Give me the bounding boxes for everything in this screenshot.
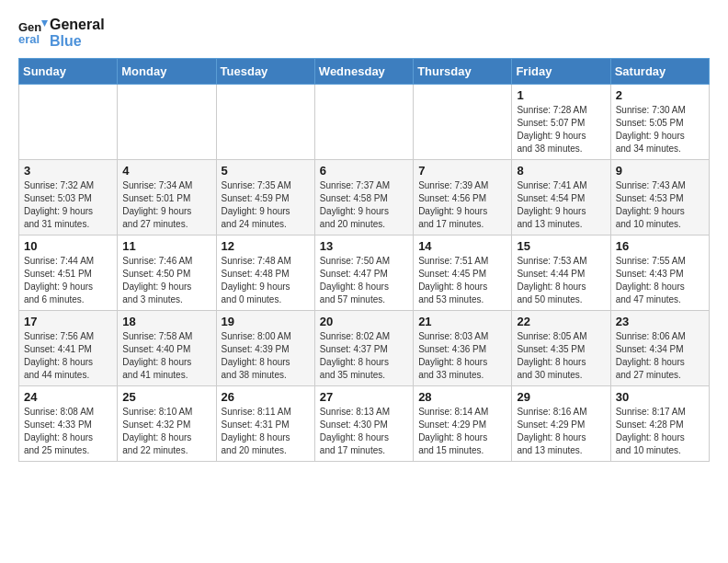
calendar-cell: 25Sunrise: 8:10 AM Sunset: 4:32 PM Dayli…	[118, 385, 216, 461]
day-number: 7	[418, 164, 506, 178]
day-number: 6	[320, 164, 408, 178]
svg-marker-2	[41, 20, 48, 27]
day-info: Sunrise: 7:43 AM Sunset: 4:53 PM Dayligh…	[616, 179, 704, 231]
day-info: Sunrise: 8:10 AM Sunset: 4:32 PM Dayligh…	[122, 406, 210, 457]
day-number: 3	[24, 164, 112, 178]
day-number: 24	[24, 390, 112, 404]
calendar-cell: 18Sunrise: 7:58 AM Sunset: 4:40 PM Dayli…	[118, 310, 216, 385]
day-info: Sunrise: 8:06 AM Sunset: 4:34 PM Dayligh…	[616, 330, 704, 382]
calendar-cell: 24Sunrise: 8:08 AM Sunset: 4:33 PM Dayli…	[19, 385, 118, 461]
calendar-cell: 8Sunrise: 7:41 AM Sunset: 4:54 PM Daylig…	[512, 159, 610, 235]
calendar-table: SundayMondayTuesdayWednesdayThursdayFrid…	[18, 58, 710, 462]
calendar-cell: 26Sunrise: 8:11 AM Sunset: 4:31 PM Dayli…	[216, 385, 314, 461]
day-info: Sunrise: 7:32 AM Sunset: 5:03 PM Dayligh…	[24, 179, 112, 231]
calendar-cell	[414, 84, 512, 159]
day-info: Sunrise: 7:56 AM Sunset: 4:41 PM Dayligh…	[24, 330, 112, 382]
calendar-cell: 13Sunrise: 7:50 AM Sunset: 4:47 PM Dayli…	[314, 235, 413, 310]
day-number: 28	[418, 390, 506, 404]
day-number: 19	[222, 315, 310, 328]
day-info: Sunrise: 7:30 AM Sunset: 5:05 PM Dayligh…	[616, 104, 704, 155]
day-info: Sunrise: 7:35 AM Sunset: 4:59 PM Dayligh…	[222, 179, 310, 231]
calendar-cell: 29Sunrise: 8:16 AM Sunset: 4:29 PM Dayli…	[512, 385, 610, 461]
day-info: Sunrise: 7:37 AM Sunset: 4:58 PM Dayligh…	[320, 179, 408, 231]
day-number: 22	[517, 315, 605, 328]
calendar-cell	[216, 84, 314, 159]
calendar-cell: 6Sunrise: 7:37 AM Sunset: 4:58 PM Daylig…	[314, 159, 413, 235]
calendar-cell: 7Sunrise: 7:39 AM Sunset: 4:56 PM Daylig…	[414, 159, 512, 235]
calendar-wrapper: SundayMondayTuesdayWednesdayThursdayFrid…	[0, 58, 728, 471]
weekday-header-thursday: Thursday	[414, 58, 512, 84]
day-info: Sunrise: 8:17 AM Sunset: 4:28 PM Dayligh…	[616, 406, 704, 457]
day-number: 29	[517, 390, 605, 404]
day-number: 21	[418, 315, 506, 328]
calendar-cell: 9Sunrise: 7:43 AM Sunset: 4:53 PM Daylig…	[610, 159, 709, 235]
calendar-cell: 4Sunrise: 7:34 AM Sunset: 5:01 PM Daylig…	[118, 159, 216, 235]
day-info: Sunrise: 7:53 AM Sunset: 4:44 PM Dayligh…	[517, 255, 605, 306]
svg-text:eral: eral	[18, 32, 40, 46]
day-info: Sunrise: 7:50 AM Sunset: 4:47 PM Dayligh…	[320, 255, 408, 306]
day-info: Sunrise: 7:46 AM Sunset: 4:50 PM Dayligh…	[122, 255, 210, 306]
day-info: Sunrise: 7:41 AM Sunset: 4:54 PM Dayligh…	[517, 179, 605, 231]
day-info: Sunrise: 8:16 AM Sunset: 4:29 PM Dayligh…	[517, 406, 605, 457]
day-number: 17	[24, 315, 112, 328]
day-number: 18	[122, 315, 210, 328]
calendar-cell: 22Sunrise: 8:05 AM Sunset: 4:35 PM Dayli…	[512, 310, 610, 385]
day-number: 11	[122, 239, 210, 253]
day-info: Sunrise: 7:48 AM Sunset: 4:48 PM Dayligh…	[222, 255, 310, 306]
day-number: 2	[616, 88, 704, 102]
day-info: Sunrise: 8:14 AM Sunset: 4:29 PM Dayligh…	[418, 406, 506, 457]
logo-general: General	[50, 17, 105, 33]
calendar-cell: 11Sunrise: 7:46 AM Sunset: 4:50 PM Dayli…	[118, 235, 216, 310]
day-number: 10	[24, 239, 112, 253]
calendar-cell: 23Sunrise: 8:06 AM Sunset: 4:34 PM Dayli…	[610, 310, 709, 385]
calendar-cell: 20Sunrise: 8:02 AM Sunset: 4:37 PM Dayli…	[314, 310, 413, 385]
day-number: 26	[222, 390, 310, 404]
day-info: Sunrise: 7:58 AM Sunset: 4:40 PM Dayligh…	[122, 330, 210, 382]
day-info: Sunrise: 8:11 AM Sunset: 4:31 PM Dayligh…	[222, 406, 310, 457]
day-info: Sunrise: 7:55 AM Sunset: 4:43 PM Dayligh…	[616, 255, 704, 306]
calendar-cell: 16Sunrise: 7:55 AM Sunset: 4:43 PM Dayli…	[610, 235, 709, 310]
day-info: Sunrise: 8:08 AM Sunset: 4:33 PM Dayligh…	[24, 406, 112, 457]
weekday-header-saturday: Saturday	[610, 58, 709, 84]
calendar-cell: 1Sunrise: 7:28 AM Sunset: 5:07 PM Daylig…	[512, 84, 610, 159]
calendar-cell: 12Sunrise: 7:48 AM Sunset: 4:48 PM Dayli…	[216, 235, 314, 310]
calendar-cell	[314, 84, 413, 159]
day-info: Sunrise: 8:05 AM Sunset: 4:35 PM Dayligh…	[517, 330, 605, 382]
day-number: 20	[320, 315, 408, 328]
day-info: Sunrise: 7:28 AM Sunset: 5:07 PM Dayligh…	[517, 104, 605, 155]
day-number: 5	[222, 164, 310, 178]
day-info: Sunrise: 7:39 AM Sunset: 4:56 PM Dayligh…	[418, 179, 506, 231]
day-info: Sunrise: 7:51 AM Sunset: 4:45 PM Dayligh…	[418, 255, 506, 306]
day-info: Sunrise: 7:44 AM Sunset: 4:51 PM Dayligh…	[24, 255, 112, 306]
calendar-cell: 28Sunrise: 8:14 AM Sunset: 4:29 PM Dayli…	[414, 385, 512, 461]
day-number: 14	[418, 239, 506, 253]
calendar-cell: 15Sunrise: 7:53 AM Sunset: 4:44 PM Dayli…	[512, 235, 610, 310]
calendar-cell: 10Sunrise: 7:44 AM Sunset: 4:51 PM Dayli…	[19, 235, 118, 310]
day-number: 23	[616, 315, 704, 328]
day-number: 15	[517, 239, 605, 253]
day-number: 16	[616, 239, 704, 253]
day-number: 8	[517, 164, 605, 178]
calendar-cell	[118, 84, 216, 159]
calendar-cell: 17Sunrise: 7:56 AM Sunset: 4:41 PM Dayli…	[19, 310, 118, 385]
day-info: Sunrise: 7:34 AM Sunset: 5:01 PM Dayligh…	[122, 179, 210, 231]
day-number: 4	[122, 164, 210, 178]
weekday-header-sunday: Sunday	[19, 58, 118, 84]
day-number: 12	[222, 239, 310, 253]
logo-blue: Blue	[50, 33, 105, 50]
calendar-cell: 14Sunrise: 7:51 AM Sunset: 4:45 PM Dayli…	[414, 235, 512, 310]
day-number: 1	[517, 88, 605, 102]
day-info: Sunrise: 8:00 AM Sunset: 4:39 PM Dayligh…	[222, 330, 310, 382]
calendar-cell: 27Sunrise: 8:13 AM Sunset: 4:30 PM Dayli…	[314, 385, 413, 461]
logo-svg: Gen eral	[18, 18, 48, 48]
day-number: 9	[616, 164, 704, 178]
calendar-cell	[19, 84, 118, 159]
day-number: 30	[616, 390, 704, 404]
weekday-header-monday: Monday	[118, 58, 216, 84]
day-number: 27	[320, 390, 408, 404]
calendar-cell: 2Sunrise: 7:30 AM Sunset: 5:05 PM Daylig…	[610, 84, 709, 159]
day-info: Sunrise: 8:03 AM Sunset: 4:36 PM Dayligh…	[418, 330, 506, 382]
day-info: Sunrise: 8:02 AM Sunset: 4:37 PM Dayligh…	[320, 330, 408, 382]
calendar-cell: 5Sunrise: 7:35 AM Sunset: 4:59 PM Daylig…	[216, 159, 314, 235]
calendar-cell: 19Sunrise: 8:00 AM Sunset: 4:39 PM Dayli…	[216, 310, 314, 385]
